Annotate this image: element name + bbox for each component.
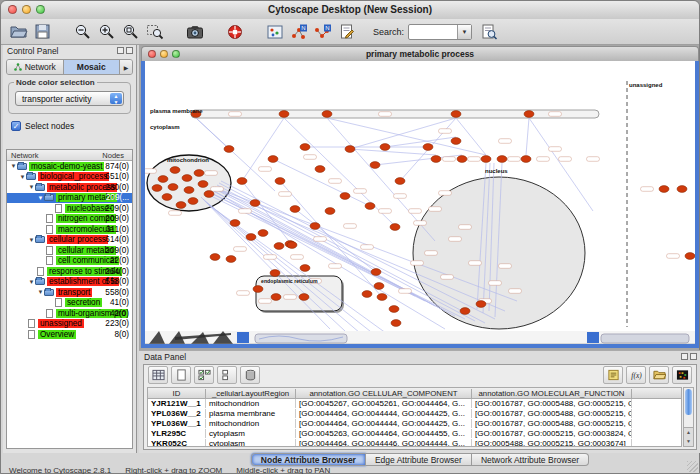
enhanced-search-icon[interactable] — [477, 21, 501, 43]
resize-grip[interactable] — [687, 461, 698, 472]
expand-triangle-icon[interactable]: ▼ — [28, 237, 35, 243]
tree-row-nitrogen-compo[interactable]: nitrogen compo209(0) — [7, 214, 132, 225]
select-nodes-checkbox[interactable]: ✓ — [11, 121, 21, 131]
network-node — [380, 144, 390, 151]
network-node — [258, 230, 268, 237]
import-attributes-icon[interactable] — [649, 366, 669, 384]
zoom-out-icon[interactable] — [71, 21, 95, 43]
search-input[interactable]: ▼ — [408, 24, 472, 40]
tree-row-multi-organism-pro[interactable]: multi-organism pro42(0) — [7, 308, 132, 319]
more-tabs-button[interactable]: ▶ — [120, 60, 132, 74]
tree-row-metabolic-process[interactable]: ▼metabolic process280(0) — [7, 182, 132, 193]
expand-triangle-icon[interactable]: ▼ — [37, 289, 44, 295]
scrollbar-thumb[interactable] — [685, 389, 692, 415]
scrollbar-arrows[interactable]: ▲▼ — [684, 427, 693, 446]
tree-row-cellular-metabo[interactable]: cellular metabo209(0) — [7, 245, 132, 256]
table-row[interactable]: YKR052Ccytoplasm[GO:0044464, GO:0044446,… — [148, 438, 681, 447]
node-label-capsule — [489, 281, 502, 286]
tree-row-secretion[interactable]: secretion41(0) — [7, 298, 132, 309]
network-view-frame[interactable]: primary metabolic process plasma membran… — [141, 46, 699, 348]
page-icon — [55, 204, 62, 213]
tree-row-transport[interactable]: ▼transport558(0) — [7, 287, 132, 298]
network-node — [184, 187, 194, 194]
tree-row-unassigned[interactable]: unassigned223(0) — [7, 319, 132, 330]
new-network-from-selected-nodes-selected-edges-icon[interactable]: N — [311, 21, 335, 43]
tree-row-node-count: 223(0) — [105, 319, 129, 328]
graphics-details-icon[interactable] — [263, 21, 287, 43]
search-label: Search: — [373, 27, 404, 37]
node-label-capsule — [499, 139, 512, 144]
network-canvas[interactable]: plasma membranecytoplasmmitochondrionnuc… — [141, 61, 699, 348]
tree-row-nucleobase-[interactable]: nucleobase-209(0) — [7, 203, 132, 214]
network-node — [224, 146, 234, 153]
delete-attribute-icon[interactable] — [240, 366, 260, 384]
folder-icon — [17, 163, 27, 170]
network-tab-icon — [14, 63, 22, 71]
node-label-capsule — [411, 261, 424, 266]
annotation-tool-icon[interactable] — [335, 21, 359, 43]
attribute-matrix-icon[interactable] — [672, 366, 692, 384]
tab-network[interactable]: Network — [7, 60, 64, 74]
function-builder-icon[interactable]: f(x) — [626, 366, 646, 384]
page-icon — [46, 246, 53, 255]
attribute-table[interactable]: ID_cellularLayoutRegionannotation.GO CEL… — [147, 387, 682, 447]
tree-row-establishment-of-lo[interactable]: ▼establishment of lo558(0) — [7, 277, 132, 288]
expand-triangle-icon[interactable]: ▼ — [19, 174, 26, 180]
tree-row-cellular-process[interactable]: ▼cellular process614(0) — [7, 235, 132, 246]
tree-row-primary-metabo[interactable]: ▼primary metabo209(... — [7, 193, 132, 204]
export-image-icon[interactable] — [183, 21, 207, 43]
node-color-dropdown[interactable]: transporter activity ▲▼ — [15, 91, 124, 106]
search-dropdown-arrow[interactable]: ▼ — [457, 25, 471, 39]
zoom-fit-icon[interactable] — [119, 21, 143, 43]
close-data-panel-icon[interactable] — [690, 353, 697, 360]
new-network-from-selected-nodes-all-edges-icon[interactable]: N — [287, 21, 311, 43]
tab-mosaic[interactable]: Mosaic — [64, 60, 121, 74]
node-label-capsule — [354, 189, 367, 194]
select-attributes-icon[interactable] — [194, 366, 214, 384]
table-row[interactable]: YPL036W__2plasma membrane[GO:0044464, GO… — [148, 409, 681, 419]
table-scrollbar[interactable]: ▲▼ — [683, 387, 694, 447]
tree-row-response-to-stimulu[interactable]: response to stimulu264(0) — [7, 266, 132, 277]
table-options-icon[interactable] — [148, 366, 168, 384]
expand-triangle-icon[interactable]: ▼ — [37, 195, 44, 201]
float-panel-icon[interactable] — [117, 47, 124, 54]
network-view-titlebar[interactable]: primary metabolic process — [141, 46, 699, 61]
create-attribute-icon[interactable] — [171, 366, 191, 384]
network-node — [226, 256, 236, 263]
tree-row-label: unassigned — [38, 319, 84, 328]
zoom-in-icon[interactable] — [95, 21, 119, 43]
svg-text:N: N — [325, 25, 329, 31]
attribute-notes-icon[interactable] — [603, 366, 623, 384]
network-tree: Network Nodes ▼mosaic-demo-yeast874(0)▼b… — [6, 149, 133, 449]
open-session-icon[interactable] — [7, 21, 31, 43]
node-label-capsule — [145, 169, 157, 174]
column-header-3[interactable]: annotation.GO MOLECULAR_FUNCTION — [472, 389, 632, 398]
tree-row-label: Overview — [38, 330, 76, 339]
unselect-attributes-icon[interactable] — [217, 366, 237, 384]
expand-triangle-icon[interactable]: ▼ — [28, 184, 35, 190]
table-row[interactable]: YPL036W__1mitochondrion[GO:0044464, GO:0… — [148, 419, 681, 429]
column-header-1[interactable]: _cellularLayoutRegion — [206, 389, 296, 398]
network-node — [476, 301, 486, 308]
tree-row-mosaic-demo-yeast[interactable]: ▼mosaic-demo-yeast874(0) — [7, 161, 132, 172]
column-header-2[interactable]: annotation.GO CELLULAR_COMPONENT — [296, 389, 472, 398]
table-row[interactable]: YLR295Ccytoplasm[GO:0045263, GO:0044464,… — [148, 428, 681, 438]
close-panel-icon[interactable] — [126, 47, 133, 54]
tree-row-overview[interactable]: Overview8(0) — [7, 329, 132, 340]
expand-triangle-icon[interactable]: ▼ — [28, 279, 35, 285]
tree-row-node-count: 651(0) — [105, 172, 129, 181]
save-session-icon[interactable] — [31, 21, 55, 43]
column-header-0[interactable]: ID — [148, 389, 206, 398]
network-node — [370, 162, 380, 169]
node-label-capsule — [509, 289, 522, 294]
network-tree-header[interactable]: Network Nodes — [7, 150, 132, 161]
table-row[interactable]: YJR121W__1mitochondrion[GO:0045267, GO:0… — [148, 399, 681, 409]
tree-row-macromolecule[interactable]: macromolecule311(0) — [7, 224, 132, 235]
node-label-capsule — [229, 112, 242, 117]
tree-row-cell-communicat[interactable]: cell communicat22(0) — [7, 256, 132, 267]
help-icon[interactable] — [223, 21, 247, 43]
float-data-panel-icon[interactable] — [681, 353, 688, 360]
expand-triangle-icon[interactable]: ▼ — [10, 163, 17, 169]
zoom-selected-region-icon[interactable] — [143, 21, 167, 43]
tree-row-biological-process[interactable]: ▼biological_process651(0) — [7, 172, 132, 183]
